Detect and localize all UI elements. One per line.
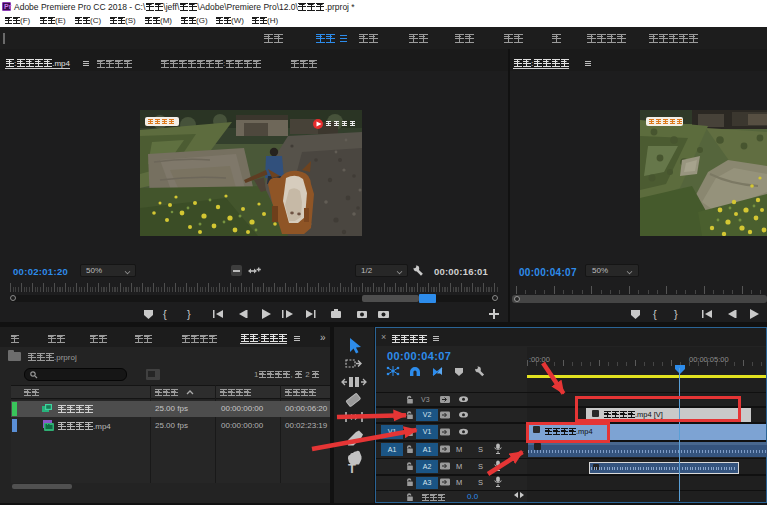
svg-text:T: T: [348, 461, 356, 476]
svg-text:}: }: [187, 308, 191, 320]
svg-text:{: {: [653, 308, 657, 320]
svg-text:S: S: [478, 478, 483, 487]
svg-text:M: M: [456, 462, 462, 471]
svg-text:{: {: [163, 308, 167, 320]
svg-text:M: M: [456, 478, 462, 487]
svg-text:}: }: [674, 308, 678, 320]
svg-text:S: S: [478, 462, 483, 471]
svg-text:S: S: [478, 445, 483, 454]
svg-text:M: M: [456, 445, 462, 454]
